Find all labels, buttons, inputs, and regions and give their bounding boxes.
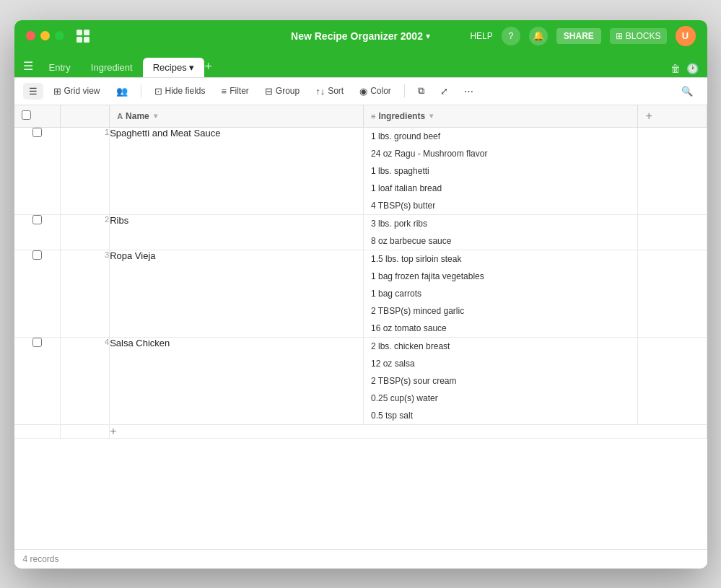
th-ingredients[interactable]: ≡ Ingredients ▾ xyxy=(364,105,638,128)
search-button[interactable]: 🔍 xyxy=(676,83,699,100)
ingredient-item: 1 bag frozen fajita vegetables xyxy=(364,268,637,285)
people-button[interactable]: 👥 xyxy=(110,83,134,100)
ingredient-item: 4 TBSP(s) butter xyxy=(364,197,637,214)
expand-icon: ⤢ xyxy=(440,86,448,97)
row-number-cell: 2 xyxy=(60,214,109,250)
app-icon xyxy=(73,26,93,46)
ingredient-item: 2 lbs. chicken breast xyxy=(364,338,637,355)
svg-rect-0 xyxy=(77,30,82,35)
ingredient-item: 2 TBSP(s) sour cream xyxy=(364,372,637,390)
grid-icon: ⊞ xyxy=(53,86,61,97)
close-button[interactable] xyxy=(26,31,35,40)
color-label: Color xyxy=(370,86,391,96)
hide-fields-button[interactable]: ⊡ Hide fields xyxy=(149,83,211,100)
row-checkbox-cell xyxy=(14,250,61,337)
add-tab-button[interactable]: + xyxy=(204,59,212,77)
row-checkbox-cell xyxy=(14,127,61,214)
menu-icon-button[interactable]: ☰ xyxy=(23,59,33,77)
records-footer: 4 records xyxy=(14,549,707,569)
row-name-cell[interactable]: Salsa Chicken xyxy=(110,337,364,424)
tabsbar: ☰ Entry Ingredient Recipes ▾ + 🗑 🕐 xyxy=(14,52,707,78)
ingredient-item: 3 lbs. pork ribs xyxy=(364,215,637,232)
toolbar: ☰ ⊞ Grid view 👥 ⊡ Hide fields ≡ Filter ⊟… xyxy=(14,78,707,105)
ingredient-item: 1 bag carrots xyxy=(364,285,637,302)
toggle-sidebar-button[interactable]: ☰ xyxy=(23,83,43,100)
row-name-cell[interactable]: Ropa Vieja xyxy=(110,250,364,337)
ing-col-arrow: ▾ xyxy=(429,112,433,120)
minimize-button[interactable] xyxy=(40,31,50,40)
app-title: New Recipe Organizer 2002 xyxy=(291,30,423,42)
add-row-cb-cell xyxy=(14,424,61,438)
row-checkbox[interactable] xyxy=(32,128,42,137)
ingredient-item: 1 lbs. ground beef xyxy=(364,128,637,145)
grid-view-button[interactable]: ⊞ Grid view xyxy=(48,83,106,100)
layout-split-button[interactable]: ⧉ xyxy=(412,82,430,100)
trash-button[interactable]: 🗑 xyxy=(670,63,681,74)
history-button[interactable]: 🕐 xyxy=(686,63,699,74)
add-column-button[interactable]: + xyxy=(645,110,652,123)
hide-icon: ⊡ xyxy=(154,86,162,97)
row-ingredients-cell: 2 lbs. chicken breast12 oz salsa2 TBSP(s… xyxy=(364,337,638,424)
expand-button[interactable]: ⤢ xyxy=(434,83,454,100)
row-checkbox[interactable] xyxy=(32,215,42,224)
row-add-cell xyxy=(638,337,707,424)
ing-col-label: Ingredients xyxy=(378,111,425,121)
ingredient-item: 12 oz salsa xyxy=(364,355,637,372)
table-row: 2Ribs3 lbs. pork ribs8 oz barbecue sauce xyxy=(14,214,707,250)
sort-icon: ↑↓ xyxy=(315,86,325,97)
row-checkbox-cell xyxy=(14,337,61,424)
ingredient-item: 8 oz barbecue sauce xyxy=(364,232,637,250)
layout-split-icon: ⧉ xyxy=(418,85,424,97)
toggle-icon: ☰ xyxy=(29,86,38,97)
table-row: 1Spaghetti and Meat Sauce1 lbs. ground b… xyxy=(14,127,707,214)
sort-button[interactable]: ↑↓ Sort xyxy=(310,83,349,100)
tab-recipes[interactable]: Recipes ▾ xyxy=(143,58,205,77)
th-add[interactable]: + xyxy=(638,105,707,128)
row-ingredients-cell: 3 lbs. pork ribs8 oz barbecue sauce xyxy=(364,214,638,250)
main-content: A Name ▾ ≡ Ingredients ▾ + xyxy=(14,105,707,549)
add-row-num-cell xyxy=(60,424,109,438)
svg-rect-3 xyxy=(84,37,89,43)
row-name-cell[interactable]: Spaghetti and Meat Sauce xyxy=(110,127,364,214)
avatar: U xyxy=(676,26,696,46)
help-button[interactable]: ? xyxy=(502,27,520,45)
filter-icon: ≡ xyxy=(222,86,227,97)
titlebar: New Recipe Organizer 2002 ▾ HELP ? 🔔 SHA… xyxy=(14,20,707,52)
title-dropdown-icon[interactable]: ▾ xyxy=(426,31,430,41)
th-name[interactable]: A Name ▾ xyxy=(110,105,364,128)
select-all-checkbox[interactable] xyxy=(22,110,31,120)
row-ingredients-cell: 1.5 lbs. top sirloin steak1 bag frozen f… xyxy=(364,250,638,337)
color-button[interactable]: ◉ Color xyxy=(354,83,397,100)
more-button[interactable]: ⋯ xyxy=(458,83,479,100)
add-row-button[interactable]: + xyxy=(110,424,707,438)
group-button[interactable]: ⊟ Group xyxy=(259,83,305,100)
notifications-button[interactable]: 🔔 xyxy=(529,27,548,45)
maximize-button[interactable] xyxy=(55,31,64,40)
table-header-row: A Name ▾ ≡ Ingredients ▾ + xyxy=(14,105,707,128)
row-checkbox[interactable] xyxy=(32,338,42,347)
share-button[interactable]: SHARE xyxy=(556,28,601,44)
toolbar-divider-1 xyxy=(141,84,141,97)
row-name-cell[interactable]: Ribs xyxy=(110,214,364,250)
filter-button[interactable]: ≡ Filter xyxy=(216,83,255,100)
titlebar-right: HELP ? 🔔 SHARE ⊞ BLOCKS U xyxy=(470,26,695,46)
table-body: 1Spaghetti and Meat Sauce1 lbs. ground b… xyxy=(14,127,707,438)
row-ingredients-cell: 1 lbs. ground beef24 oz Ragu - Mushroom … xyxy=(364,127,638,214)
row-add-cell xyxy=(638,214,707,250)
row-add-cell xyxy=(638,127,707,214)
search-icon: 🔍 xyxy=(681,86,693,97)
toolbar-divider-2 xyxy=(404,84,405,97)
filter-label: Filter xyxy=(230,86,249,96)
row-checkbox[interactable] xyxy=(32,250,42,260)
blocks-button[interactable]: ⊞ BLOCKS xyxy=(610,28,667,44)
ingredient-item: 0.25 cup(s) water xyxy=(364,390,637,407)
tab-entry[interactable]: Entry xyxy=(39,58,81,77)
name-col-label: Name xyxy=(126,111,149,121)
ingredient-item: 2 TBSP(s) minced garlic xyxy=(364,302,637,320)
tab-ingredient[interactable]: Ingredient xyxy=(81,58,143,77)
th-rownum xyxy=(60,105,109,128)
name-col-arrow: ▾ xyxy=(154,112,157,120)
blocks-icon: ⊞ xyxy=(616,31,623,41)
app-window: New Recipe Organizer 2002 ▾ HELP ? 🔔 SHA… xyxy=(14,20,707,569)
row-number-cell: 3 xyxy=(60,250,109,337)
